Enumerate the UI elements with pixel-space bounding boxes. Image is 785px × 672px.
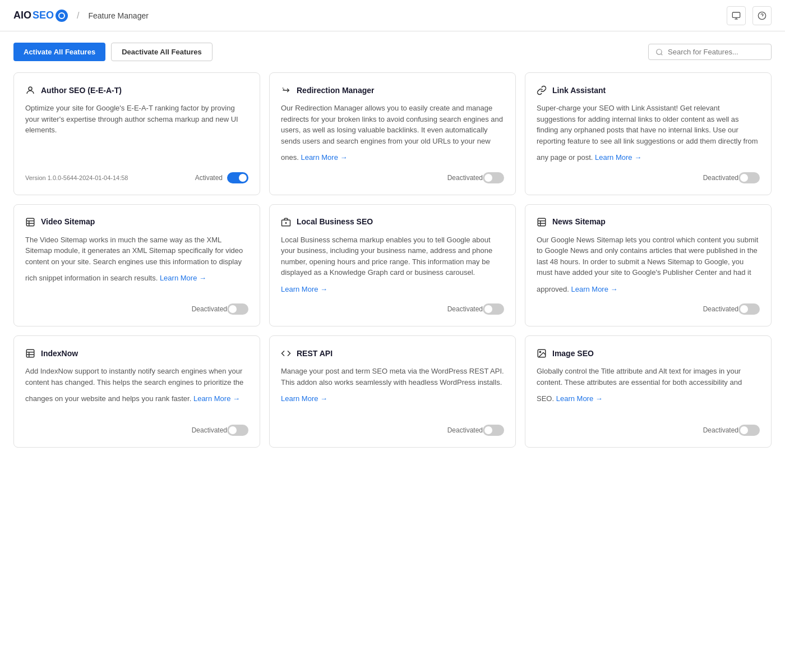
learn-more-link-image-seo[interactable]: Learn More → — [556, 393, 603, 404]
feature-card-local-business-seo: Local Business SEO Local Business schema… — [269, 204, 516, 327]
indexnow-icon — [25, 347, 35, 359]
video-sitemap-icon — [25, 216, 35, 228]
version-info: Version 1.0.0-5644-2024-01-04-14:58 — [25, 174, 128, 181]
status-label: Deactivated — [703, 174, 738, 182]
card-footer-image-seo: Deactivated — [537, 425, 760, 436]
status-label: Deactivated — [447, 174, 483, 182]
card-footer-rest-api: Deactivated — [281, 425, 504, 436]
feature-card-image-seo: Image SEO Globally control the Title att… — [525, 335, 772, 448]
learn-more-link-link-assistant[interactable]: Learn More → — [595, 152, 641, 163]
status-label: Activated — [195, 174, 223, 182]
card-title-author-seo: Author SEO (E-E-A-T) — [41, 86, 122, 95]
card-description-indexnow: Add IndexNow support to instantly notify… — [25, 366, 248, 416]
toolbar: Activate All Features Deactivate All Fea… — [13, 43, 772, 61]
card-title-indexnow: IndexNow — [41, 349, 78, 358]
card-title-rest-api: REST API — [297, 349, 333, 358]
card-footer-redirection-manager: Deactivated — [281, 172, 504, 183]
card-description-link-assistant: Super-charge your SEO with Link Assistan… — [537, 103, 760, 163]
feature-card-link-assistant: Link Assistant Super-charge your SEO wit… — [525, 72, 772, 195]
search-icon — [655, 48, 663, 56]
card-header-news-sitemap: News Sitemap — [537, 216, 760, 228]
page-title: Feature Manager — [88, 11, 148, 20]
svg-point-25 — [539, 352, 541, 353]
logo: AIOSEO — [13, 10, 68, 22]
header-right — [727, 6, 772, 25]
feature-card-redirection-manager: Redirection Manager Our Redirection Mana… — [269, 72, 516, 195]
activate-all-button[interactable]: Activate All Features — [13, 43, 105, 61]
feature-card-rest-api: REST API Manage your post and term SEO m… — [269, 335, 516, 448]
feature-toggle-local-business-seo[interactable] — [483, 303, 504, 315]
card-description-rest-api: Manage your post and term SEO meta via t… — [281, 366, 504, 416]
card-description-author-seo: Optimize your site for Google's E-E-A-T … — [25, 103, 248, 163]
feature-toggle-video-sitemap[interactable] — [227, 303, 248, 315]
svg-rect-20 — [26, 350, 34, 358]
feature-toggle-image-seo[interactable] — [738, 425, 760, 436]
card-title-news-sitemap: News Sitemap — [552, 217, 606, 226]
card-header-image-seo: Image SEO — [537, 347, 760, 359]
redirect-icon — [281, 84, 291, 96]
feature-card-indexnow: IndexNow Add IndexNow support to instant… — [13, 335, 260, 448]
card-footer-video-sitemap: Deactivated — [25, 303, 248, 315]
version-text: Version 1.0.0-5644-2024-01-04-14:58 — [25, 174, 128, 181]
feature-toggle-author-seo[interactable] — [227, 172, 248, 183]
card-footer-news-sitemap: Deactivated — [537, 303, 760, 315]
feature-card-news-sitemap: News Sitemap Our Google News Sitemap let… — [525, 204, 772, 327]
app-header: AIOSEO / Feature Manager — [0, 0, 785, 31]
card-title-redirection-manager: Redirection Manager — [297, 86, 374, 95]
logo-icon — [56, 10, 68, 22]
feature-toggle-link-assistant[interactable] — [738, 172, 760, 183]
card-description-redirection-manager: Our Redirection Manager allows you to ea… — [281, 103, 504, 163]
svg-rect-0 — [732, 12, 740, 17]
feature-card-author-seo: Author SEO (E-E-A-T) Optimize your site … — [13, 72, 260, 195]
help-button[interactable] — [752, 6, 772, 25]
rest-api-icon — [281, 347, 291, 359]
card-description-news-sitemap: Our Google News Sitemap lets you control… — [537, 234, 760, 295]
card-header-indexnow: IndexNow — [25, 347, 248, 359]
header-left: AIOSEO / Feature Manager — [13, 10, 149, 22]
monitor-icon — [732, 11, 741, 20]
status-label: Deactivated — [192, 426, 227, 434]
help-icon — [758, 11, 766, 20]
card-title-image-seo: Image SEO — [552, 349, 594, 358]
feature-toggle-redirection-manager[interactable] — [483, 172, 504, 183]
card-footer-local-business-seo: Deactivated — [281, 303, 504, 315]
status-label: Deactivated — [447, 426, 483, 434]
svg-rect-9 — [26, 218, 34, 226]
toolbar-left: Activate All Features Deactivate All Fea… — [13, 43, 213, 61]
feature-toggle-rest-api[interactable] — [483, 425, 504, 436]
card-description-image-seo: Globally control the Title attribute and… — [537, 366, 760, 416]
card-footer-indexnow: Deactivated — [25, 425, 248, 436]
status-label: Deactivated — [703, 305, 738, 313]
status-label: Deactivated — [447, 305, 483, 313]
learn-more-link-rest-api[interactable]: Learn More → — [281, 393, 327, 404]
card-header-redirection-manager: Redirection Manager — [281, 84, 504, 96]
svg-point-7 — [29, 87, 32, 90]
svg-point-5 — [657, 49, 662, 54]
card-header-link-assistant: Link Assistant — [537, 84, 760, 96]
card-title-local-business-seo: Local Business SEO — [297, 217, 373, 226]
learn-more-link-indexnow[interactable]: Learn More → — [193, 393, 240, 404]
status-label: Deactivated — [192, 305, 227, 313]
learn-more-link-local-business-seo[interactable]: Learn More → — [281, 284, 327, 295]
status-label: Deactivated — [703, 426, 738, 434]
feature-toggle-news-sitemap[interactable] — [738, 303, 760, 315]
monitor-button[interactable] — [727, 6, 746, 25]
feature-toggle-indexnow[interactable] — [227, 425, 248, 436]
card-description-video-sitemap: The Video Sitemap works in much the same… — [25, 234, 248, 295]
link-icon — [537, 84, 547, 96]
svg-rect-16 — [538, 218, 546, 226]
logo-aio-text: AIO — [13, 10, 31, 21]
card-description-local-business-seo: Local Business schema markup enables you… — [281, 234, 504, 295]
main-content: Activate All Features Deactivate All Fea… — [0, 31, 785, 459]
search-input[interactable] — [668, 48, 764, 56]
feature-grid: Author SEO (E-E-A-T) Optimize your site … — [13, 72, 772, 448]
card-header-rest-api: REST API — [281, 347, 504, 359]
search-container — [648, 44, 772, 60]
person-icon — [25, 84, 35, 96]
local-biz-icon — [281, 216, 291, 228]
learn-more-link-news-sitemap[interactable]: Learn More → — [571, 284, 617, 295]
learn-more-link-redirection-manager[interactable]: Learn More → — [301, 152, 347, 163]
deactivate-all-button[interactable]: Deactivate All Features — [111, 43, 213, 61]
card-header-author-seo: Author SEO (E-E-A-T) — [25, 84, 248, 96]
learn-more-link-video-sitemap[interactable]: Learn More → — [160, 273, 206, 284]
